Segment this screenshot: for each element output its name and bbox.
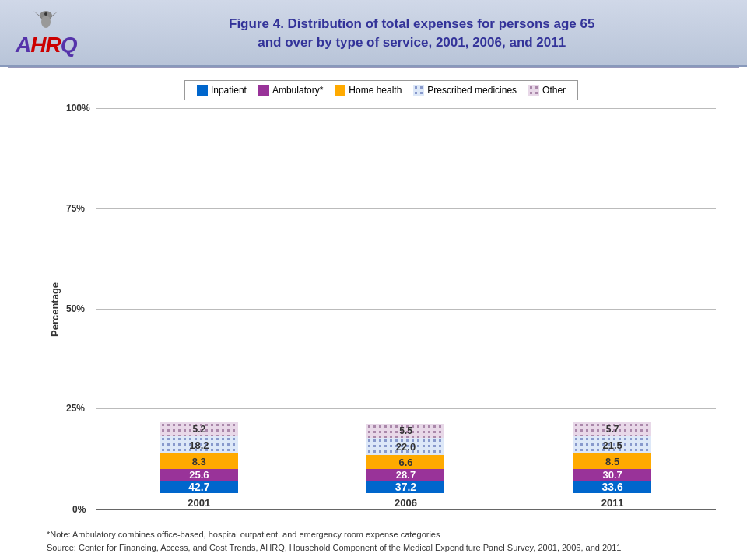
- segment-2011-prescribed: 21.5: [573, 436, 651, 453]
- title-line2: and over by type of service, 2001, 2006,…: [258, 35, 566, 50]
- y-tick-100: 100%: [66, 103, 90, 114]
- logo-area: AHRQ: [16, 9, 76, 58]
- val-2006-other: 5.5: [399, 425, 412, 436]
- svg-point-3: [41, 16, 51, 28]
- val-2006-prescribed: 22.0: [396, 441, 416, 453]
- legend-inpatient: Inpatient: [197, 85, 247, 96]
- y-tick-0: 0%: [72, 504, 86, 515]
- bar-2006: 5.5 22.0 6.6 28.7: [359, 424, 452, 509]
- svg-point-4: [44, 12, 47, 16]
- segment-2001-home: 8.3: [160, 453, 238, 469]
- segment-2011-inpatient: 33.6: [573, 481, 651, 493]
- segment-2011-other: 5.7: [573, 422, 651, 436]
- segment-2006-home: 6.6: [366, 455, 444, 469]
- legend-prescribed: Prescribed medicines: [413, 85, 517, 96]
- val-2006-inpatient: 37.2: [395, 481, 416, 493]
- chart-inner: 100% 75% 50% 25% 0%: [66, 108, 716, 510]
- segment-2011-home: 8.5: [573, 453, 651, 469]
- page: AHRQ Figure 4. Distribution of total exp…: [0, 0, 747, 560]
- legend: Inpatient Ambulatory* Home health Prescr…: [184, 80, 578, 100]
- chart-title: Figure 4. Distribution of total expenses…: [92, 15, 731, 52]
- ambulatory-swatch: [258, 85, 269, 96]
- bar-label-2006: 2006: [395, 497, 417, 509]
- header: AHRQ Figure 4. Distribution of total exp…: [0, 0, 747, 67]
- val-2001-ambulatory: 25.6: [189, 469, 209, 481]
- y-tick-50: 50%: [66, 303, 85, 314]
- segment-2006-ambulatory: 28.7: [366, 469, 444, 481]
- title-line1: Figure 4. Distribution of total expenses…: [229, 16, 594, 31]
- chart-body: Percentage 100% 75% 50%: [47, 108, 716, 510]
- segment-2001-inpatient: 42.7: [160, 481, 238, 493]
- val-2006-home: 6.6: [398, 457, 412, 468]
- footnote-area: *Note: Ambulatory combines office-based,…: [0, 522, 747, 560]
- y-tick-75: 75%: [66, 203, 85, 214]
- segment-2006-inpatient: 37.2: [366, 481, 444, 493]
- val-2011-other: 5.7: [606, 424, 619, 435]
- bars-area: 5.2 18.2 8.3: [96, 108, 716, 509]
- segment-2011-ambulatory: 30.7: [573, 469, 651, 481]
- logo-text: AHRQ: [16, 33, 76, 58]
- val-2001-other: 5.2: [192, 424, 205, 435]
- footnote-note: *Note: Ambulatory combines office-based,…: [47, 528, 716, 541]
- stacked-bar-2011: 5.7 21.5 8.5 30.7: [573, 422, 651, 493]
- segment-2001-prescribed: 18.2: [160, 436, 238, 453]
- home-swatch: [335, 85, 345, 96]
- legend-home-label: Home health: [349, 85, 402, 96]
- eagle-icon: [30, 9, 61, 33]
- chart-plot: 100% 75% 50% 25% 0%: [66, 108, 716, 510]
- segment-2006-other: 5.5: [366, 424, 444, 438]
- inpatient-swatch: [197, 85, 208, 96]
- segment-2001-other: 5.2: [160, 422, 238, 436]
- bar-2001: 5.2 18.2 8.3: [153, 422, 246, 509]
- legend-prescribed-label: Prescribed medicines: [427, 85, 517, 96]
- bar-label-2001: 2001: [188, 497, 210, 509]
- val-2011-ambulatory: 30.7: [602, 469, 622, 481]
- legend-ambulatory: Ambulatory*: [258, 85, 323, 96]
- stacked-bar-2001: 5.2 18.2 8.3: [160, 422, 238, 493]
- other-swatch: [528, 85, 539, 96]
- y-tick-25: 25%: [66, 403, 85, 414]
- bar-2011: 5.7 21.5 8.5 30.7: [566, 422, 659, 509]
- legend-other-label: Other: [542, 85, 566, 96]
- val-2011-home: 8.5: [605, 456, 619, 467]
- y-axis-label: Percentage: [47, 108, 62, 510]
- segment-2001-ambulatory: 25.6: [160, 469, 238, 481]
- legend-ambulatory-label: Ambulatory*: [272, 85, 323, 96]
- val-2001-inpatient: 42.7: [188, 481, 209, 493]
- segment-2006-prescribed: 22.0: [366, 438, 444, 455]
- legend-inpatient-label: Inpatient: [211, 85, 247, 96]
- chart-area: Inpatient Ambulatory* Home health Prescr…: [0, 68, 747, 522]
- footnote-source: Source: Center for Financing, Access, an…: [47, 541, 716, 555]
- val-2001-home: 8.3: [192, 456, 206, 467]
- legend-home: Home health: [335, 85, 402, 96]
- val-2006-ambulatory: 28.7: [396, 469, 416, 481]
- val-2011-inpatient: 33.6: [602, 481, 623, 493]
- val-2011-prescribed: 21.5: [602, 439, 622, 451]
- title-area: Figure 4. Distribution of total expenses…: [92, 15, 731, 52]
- legend-other: Other: [528, 85, 566, 96]
- bar-label-2011: 2011: [601, 497, 624, 509]
- gridline-0: 0%: [96, 509, 716, 510]
- stacked-bar-2006: 5.5 22.0 6.6 28.7: [366, 424, 444, 493]
- val-2001-prescribed: 18.2: [189, 439, 209, 451]
- prescribed-swatch: [413, 85, 424, 96]
